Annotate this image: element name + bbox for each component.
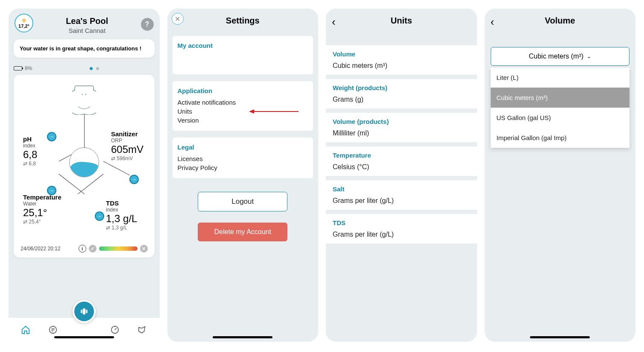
close-button[interactable]: ✕ bbox=[172, 13, 184, 25]
back-button[interactable]: ‹ bbox=[491, 15, 495, 29]
row-units[interactable]: Units bbox=[178, 107, 308, 116]
quality-bar bbox=[99, 246, 138, 251]
option-cubic-meters[interactable]: Cubic meters (m³) bbox=[491, 88, 630, 108]
svg-rect-2 bbox=[83, 308, 85, 314]
volume-select[interactable]: Cubic meters (m³) ⌄ bbox=[491, 47, 630, 66]
svg-point-0 bbox=[82, 94, 83, 95]
screen-settings: ✕ Settings My account Application Activa… bbox=[167, 9, 319, 342]
delete-account-button[interactable]: Delete my Account bbox=[198, 223, 287, 241]
device-icon bbox=[72, 85, 96, 115]
row-privacy-policy[interactable]: Privacy Policy bbox=[178, 163, 308, 172]
sun-icon: ☀ bbox=[21, 18, 27, 23]
sanitizer-node[interactable]: → bbox=[129, 175, 139, 184]
water-level-icon bbox=[69, 147, 99, 177]
section-legal: Legal bbox=[178, 144, 308, 151]
row-activate-notifications[interactable]: Activate notifications bbox=[178, 98, 308, 107]
unit-tds[interactable]: TDS Grams per liter (g/L) bbox=[326, 214, 477, 243]
screen-units: ‹ Units Volume Cubic meters (m³) Weight … bbox=[326, 9, 477, 342]
nav-tag-icon[interactable] bbox=[137, 325, 147, 335]
option-imperial-gallon[interactable]: Imperial Gallon (gal Imp) bbox=[491, 128, 630, 148]
screen-home: ☀ 17,2° Lea's Pool Saint Cannat ? Your w… bbox=[9, 9, 160, 342]
home-indicator bbox=[54, 336, 114, 338]
row-licenses[interactable]: Licenses bbox=[178, 154, 308, 163]
page-dots[interactable] bbox=[35, 65, 154, 71]
unit-volume-products[interactable]: Volume (products) Milliliter (ml) bbox=[326, 113, 477, 142]
nav-gauge-icon[interactable] bbox=[110, 325, 120, 335]
nav-home-icon[interactable] bbox=[20, 325, 31, 335]
fab-button[interactable] bbox=[73, 300, 96, 323]
metric-temperature: Temperature Water 25,1° ⇄ 25,4° bbox=[23, 194, 61, 225]
pool-title: Lea's Pool bbox=[37, 16, 138, 26]
volume-dropdown-menu: Liter (L) Cubic meters (m³) US Gallon (g… bbox=[491, 67, 630, 148]
unit-salt[interactable]: Salt Grams per liter (g/L) bbox=[326, 180, 477, 210]
svg-rect-3 bbox=[81, 310, 82, 313]
pool-location: Saint Cannat bbox=[37, 27, 138, 34]
option-liter[interactable]: Liter (L) bbox=[491, 67, 630, 88]
home-indicator bbox=[530, 336, 590, 338]
status-message: Your water is in great shape, congratula… bbox=[20, 45, 149, 52]
svg-rect-4 bbox=[86, 310, 88, 313]
row-version[interactable]: Version bbox=[178, 116, 308, 125]
info-icon[interactable]: i bbox=[79, 245, 86, 252]
nav-chat-icon[interactable] bbox=[48, 325, 58, 335]
home-indicator bbox=[213, 336, 272, 338]
svg-point-1 bbox=[85, 94, 86, 95]
unit-volume[interactable]: Volume Cubic meters (m³) bbox=[326, 45, 477, 75]
units-title: Units bbox=[391, 16, 412, 26]
back-button[interactable]: ‹ bbox=[332, 15, 336, 29]
metric-tds: TDS index 1,3 g/L ⇄ 1,3 g/L bbox=[106, 199, 137, 231]
option-us-gallon[interactable]: US Gallon (gal US) bbox=[491, 108, 630, 128]
battery-percent: 8% bbox=[25, 65, 32, 71]
logout-button[interactable]: Logout bbox=[198, 192, 287, 211]
metric-sanitizer: Sanitizer ORP 605mV ⇄ 596mV bbox=[111, 130, 143, 161]
svg-point-10 bbox=[569, 257, 635, 342]
tds-node[interactable]: → bbox=[95, 211, 104, 221]
screen-volume: ‹ Volume Cubic meters (m³) ⌄ Liter (L) C… bbox=[485, 9, 636, 342]
settings-title: Settings bbox=[226, 16, 260, 26]
metric-ph: pH index 6,8 ⇄ 6,8 bbox=[23, 135, 37, 167]
section-my-account[interactable]: My account bbox=[178, 42, 308, 49]
close-icon: ✕ bbox=[140, 245, 148, 252]
svg-marker-8 bbox=[249, 109, 254, 114]
annotation-arrow-icon bbox=[248, 109, 299, 116]
battery-icon bbox=[14, 66, 22, 70]
unit-temperature[interactable]: Temperature Celsius (°C) bbox=[326, 147, 477, 176]
svg-point-9 bbox=[537, 225, 635, 342]
timestamp: 24/06/2022 20:12 bbox=[20, 246, 60, 252]
volume-title: Volume bbox=[545, 16, 575, 26]
ph-node[interactable]: → bbox=[47, 132, 56, 141]
help-button[interactable]: ? bbox=[141, 18, 154, 31]
check-icon: ✓ bbox=[89, 245, 97, 252]
unit-weight-products[interactable]: Weight (products) Grams (g) bbox=[326, 79, 477, 109]
weather-badge[interactable]: ☀ 17,2° bbox=[15, 14, 33, 32]
section-application: Application bbox=[178, 87, 308, 94]
chevron-down-icon: ⌄ bbox=[587, 53, 591, 59]
weather-temp: 17,2° bbox=[18, 23, 29, 29]
